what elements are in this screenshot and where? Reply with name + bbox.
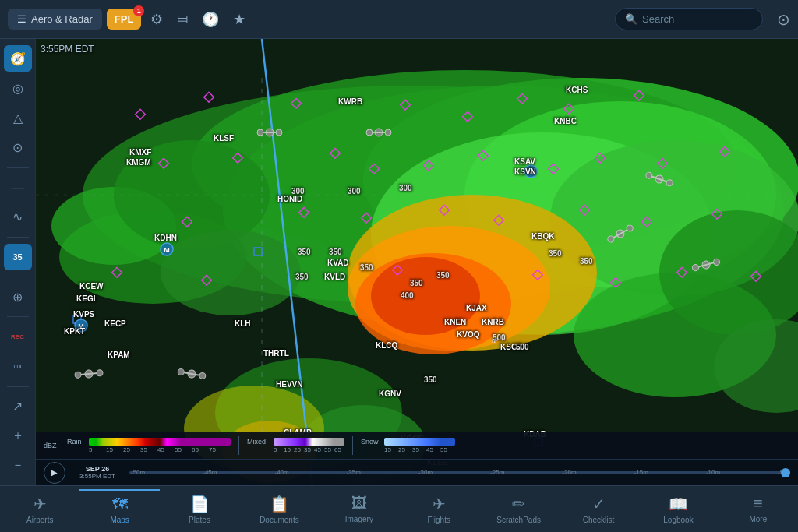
flights-icon: ✈ [433,495,446,513]
nav-checklist[interactable]: ✓ Checklist [559,490,638,529]
map-view[interactable]: M M M IP KWRB KCHS KNBC KLSF KMXF KMGM K… [36,39,798,485]
dbz-label: dBZ [44,442,62,449]
timeline: ▶ SEP 26 3:55PM EDT -50m -45m -40m -35m … [36,459,798,485]
svg-text:M: M [78,322,84,330]
sidebar-settings-btn[interactable]: ⊙ [4,135,32,161]
time-display: 3:55PM EDT [41,44,94,55]
nav-maps[interactable]: 🗺 Maps [79,489,159,529]
mixed-gradient [274,438,344,446]
svg-text:M: M [528,168,534,176]
sidebar-zoom-plus-btn[interactable]: ＋ [4,423,32,449]
plates-icon: 📄 [190,495,210,513]
more-icon: ≡ [754,495,763,513]
nav-flights[interactable]: ✈ Flights [399,490,478,529]
snow-label: Snow [361,438,381,446]
fpl-badge: 1 [133,5,144,16]
sidebar-rec-btn[interactable]: REC [4,323,32,350]
nav-airports-label: Airports [26,516,53,524]
svg-point-32 [257,129,263,136]
nav-imagery[interactable]: 🖼 Imagery [320,490,399,528]
nav-scratchpads-label: ScratchPads [496,516,541,524]
search-box: 🔍 [615,8,763,30]
svg-point-52 [75,372,82,379]
search-input[interactable] [642,13,751,25]
airports-icon: ✈ [34,495,47,513]
imagery-icon: 🖼 [351,495,367,513]
clock-button[interactable]: 🕐 [197,6,224,33]
top-bar: ☰ Aero & Radar FPL 1 ⚙ ⧦ 🕐 ★ 🔍 ⊙ [0,0,798,39]
nav-logbook[interactable]: 📖 Logbook [638,490,718,529]
timeline-time: 3:55PM EDT [79,473,115,480]
rain-label: Rain [67,438,86,446]
nav-maps-label: Maps [110,516,129,524]
nav-more[interactable]: ≡ More [719,490,798,528]
layers-label: Aero & Radar [31,13,93,25]
svg-point-28 [366,129,373,136]
svg-point-11 [371,257,480,335]
svg-point-33 [276,129,282,136]
sidebar-locate-btn[interactable]: ◎ [4,75,32,101]
nav-documents-label: Documents [260,516,299,524]
layers-button[interactable]: ☰ Aero & Radar [8,9,102,30]
checklist-icon: ✓ [592,495,606,513]
svg-point-53 [97,369,104,376]
sidebar-divider-4 [7,316,29,317]
nav-documents[interactable]: 📋 Documents [239,490,319,529]
settings-button[interactable]: ⚙ [146,6,168,33]
sidebar-person-btn[interactable]: ⊕ [4,284,32,310]
nav-plates[interactable]: 📄 Plates [160,490,239,529]
sidebar-divider-1 [7,167,29,168]
play-button[interactable]: ▶ [44,462,65,484]
nav-airports[interactable]: ✈ Airports [0,490,79,529]
bottom-nav: ✈ Airports 🗺 Maps 📄 Plates 📋 Documents 🖼… [0,485,798,532]
fpl-label: FPL [115,13,134,25]
svg-point-29 [385,129,391,136]
nav-scratchpads[interactable]: ✏ ScratchPads [478,490,558,529]
mixed-label: Mixed [247,438,270,446]
rain-gradient [89,438,231,446]
sidebar-divider-5 [7,386,29,387]
sidebar-divider-3 [7,277,29,277]
sidebar-divider-2 [7,237,29,238]
sidebar-compass-btn[interactable]: 🧭 [4,45,32,72]
svg-text:IP: IP [492,336,499,344]
sidebar-alert-btn[interactable]: △ [4,104,32,131]
search-icon: 🔍 [625,13,637,25]
sidebar-altitude-btn[interactable]: 35 [4,244,32,270]
gps-button[interactable]: ⊙ [769,5,798,33]
sidebar-zoom-minus-btn[interactable]: － [4,453,32,479]
fpl-button[interactable]: FPL 1 [107,9,142,30]
nav-plates-label: Plates [189,516,210,524]
svg-point-15 [161,230,301,315]
layers-icon: ☰ [17,13,26,25]
documents-icon: 📋 [270,495,289,513]
filter-button[interactable]: ⧦ [172,6,192,32]
timeline-track[interactable]: -50m -45m -40m -35m -30m -25m -20m -15m … [129,471,790,474]
nav-more-label: More [749,515,767,523]
logbook-icon: 📖 [669,495,688,513]
sidebar: 🧭 ◎ △ ⊙ — ∿ 35 ⊕ REC 0:00 ↗ ＋ － [0,39,36,485]
maps-icon: 🗺 [112,495,128,513]
snow-gradient [384,438,455,446]
sidebar-time-btn[interactable]: 0:00 [4,353,32,379]
nav-checklist-label: Checklist [583,516,615,524]
scratchpads-icon: ✏ [512,495,525,513]
nav-logbook-label: Logbook [663,516,693,524]
nav-imagery-label: Imagery [345,515,373,523]
legend-bar: dBZ Rain 5 15 25 35 45 55 65 75 Mixed 5 … [36,432,798,459]
sidebar-wave-btn[interactable]: ∿ [4,204,32,231]
sidebar-route-btn[interactable]: ↗ [4,393,32,419]
radar-overlay: M M M IP [36,39,798,485]
sidebar-minus-btn[interactable]: — [4,174,32,201]
timeline-date: SEP 26 [86,465,109,473]
star-button[interactable]: ★ [228,6,250,33]
nav-flights-label: Flights [428,516,450,524]
svg-text:M: M [164,246,170,254]
